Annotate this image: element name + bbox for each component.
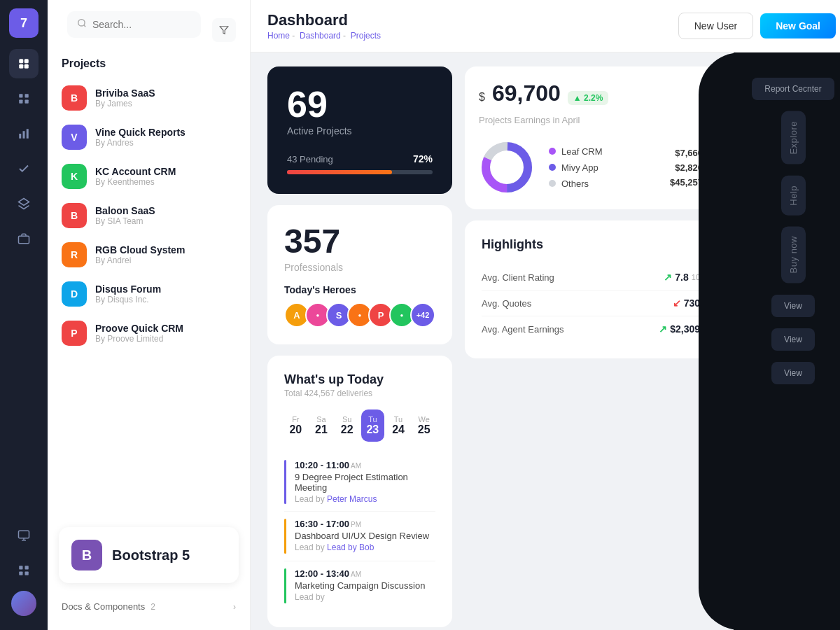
right-column: $ 69,700 ▲ 2.2% Projects Earnings in Apr… <box>465 66 717 627</box>
heroes-label: Today's Heroes <box>284 284 435 295</box>
day-name: Sa <box>316 415 326 424</box>
search-input[interactable] <box>92 19 191 30</box>
breadcrumb-current: Projects <box>351 31 381 41</box>
project-item-baloon[interactable]: B Baloon SaaS By SIA Team <box>48 196 250 235</box>
project-item-briviba[interactable]: B Briviba SaaS By James <box>48 78 250 118</box>
event-lead-link[interactable]: Peter Marcus <box>327 494 377 504</box>
event-title: Dashboard UI/UX Design Review <box>295 531 429 541</box>
day-name: Su <box>342 415 351 424</box>
active-projects-label: Active Projects <box>287 125 433 136</box>
day-number: 25 <box>418 424 430 436</box>
day-25[interactable]: We 25 <box>412 410 435 442</box>
project-item-rgb[interactable]: R RGB Cloud System By Andrei <box>48 235 250 274</box>
nav-icon-grid[interactable] <box>9 84 38 113</box>
earnings-amount: 69,700 <box>492 80 561 106</box>
filter-button[interactable] <box>212 18 236 42</box>
svg-rect-7 <box>25 100 29 104</box>
svg-rect-17 <box>25 566 29 569</box>
day-name: We <box>419 415 430 424</box>
day-number: 23 <box>366 424 379 436</box>
progress-bar-fill <box>287 170 392 174</box>
view-button-3[interactable]: View <box>771 362 815 384</box>
explore-tab[interactable]: Explore <box>781 111 806 164</box>
project-name: Disqus Forum <box>95 284 161 295</box>
project-item-disqus[interactable]: D Disqus Forum By Disqus Inc. <box>48 274 250 314</box>
svg-rect-19 <box>25 572 29 575</box>
day-number: 21 <box>315 424 328 436</box>
earnings-subtitle: Projects Earnings in April <box>479 115 703 125</box>
header: Dashboard Home - Dashboard - Projects Ne… <box>251 0 840 52</box>
new-goal-button[interactable]: New Goal <box>760 13 836 38</box>
project-by: By James <box>95 99 155 108</box>
legend-dot <box>549 180 556 187</box>
event-title: 9 Degree Project Estimation Meeting <box>295 472 435 493</box>
day-21[interactable]: Sa 21 <box>310 410 333 442</box>
user-profile-pic[interactable] <box>11 591 36 616</box>
svg-rect-12 <box>19 236 29 244</box>
event-item: 12:00 - 13:40AM Marketing Campaign Discu… <box>284 561 435 610</box>
project-name: Briviba SaaS <box>95 88 155 99</box>
header-left: Dashboard Home - Dashboard - Projects <box>267 11 381 41</box>
user-avatar[interactable]: 7 <box>9 8 38 38</box>
event-time: 16:30 - 17:00PM <box>295 519 429 529</box>
dark-side-panel: Report Cecnter Explore Help Buy now View… <box>734 52 840 630</box>
svg-rect-1 <box>24 59 29 63</box>
svg-rect-16 <box>19 566 22 569</box>
day-name: Tu <box>368 415 377 424</box>
nav-icon-dashboard[interactable] <box>9 49 38 78</box>
project-name: RGB Cloud System <box>95 244 185 255</box>
day-24[interactable]: Tu 24 <box>387 410 410 442</box>
project-info: Disqus Forum By Disqus Inc. <box>95 284 161 304</box>
view-button-1[interactable]: View <box>771 295 815 317</box>
highlight-label: Avg. Client Rating <box>482 272 554 283</box>
project-item-proove[interactable]: P Proove Quick CRM By Proove Limited <box>48 314 250 353</box>
progress-percent: 72% <box>413 153 433 164</box>
projects-heading: Projects <box>48 57 250 78</box>
project-item-kc[interactable]: K KC Account CRM By Keenthemes <box>48 157 250 196</box>
highlights-card: Highlights Avg. Client Rating ↗ 7.8 10 A… <box>465 220 717 358</box>
active-projects-card: 69 Active Projects 43 Pending 72% <box>267 66 452 194</box>
project-item-vine[interactable]: V Vine Quick Reports By Andres <box>48 118 250 157</box>
event-lead-link[interactable]: Lead by Bob <box>327 542 374 552</box>
buy-now-tab[interactable]: Buy now <box>781 226 806 283</box>
main-page: Dashboard Home - Dashboard - Projects Ne… <box>251 0 840 630</box>
event-bar <box>284 519 286 554</box>
day-22[interactable]: Su 22 <box>335 410 358 442</box>
project-logo: B <box>62 203 87 228</box>
project-info: Baloon SaaS By SIA Team <box>95 205 155 226</box>
help-tab[interactable]: Help <box>781 176 806 216</box>
legend-item: Others <box>549 178 656 189</box>
project-logo: D <box>62 281 87 307</box>
nav-icon-check[interactable] <box>9 154 38 183</box>
project-list: B Briviba SaaS By James V Vine Quick Rep… <box>48 78 250 353</box>
nav-icon-layers[interactable] <box>9 189 38 218</box>
content-area: 69 Active Projects 43 Pending 72% <box>251 52 840 630</box>
event-details: 12:00 - 13:40AM Marketing Campaign Discu… <box>295 568 425 603</box>
day-name: Tu <box>394 415 402 424</box>
highlight-label: Avg. Agent Earnings <box>482 324 564 335</box>
new-user-button[interactable]: New User <box>678 13 753 39</box>
nav-icon-briefcase[interactable] <box>9 224 38 253</box>
nav-icon-grid2[interactable] <box>9 556 38 585</box>
report-center-button[interactable]: Report Cecnter <box>752 78 834 100</box>
day-23[interactable]: Tu 23 <box>361 410 384 442</box>
nav-icon-chart[interactable] <box>9 119 38 148</box>
docs-row[interactable]: Docs & Components 2 › <box>48 594 250 619</box>
event-details: 16:30 - 17:00PM Dashboard UI/UX Design R… <box>295 519 429 554</box>
highlights-title: Highlights <box>482 237 700 252</box>
page-title: Dashboard <box>267 11 381 29</box>
progress-bar-wrap <box>287 170 433 174</box>
project-by: By Disqus Inc. <box>95 295 161 304</box>
event-lead: Lead by Lead by Bob <box>295 542 429 552</box>
event-item: 10:20 - 11:00AM 9 Degree Project Estimat… <box>284 453 435 512</box>
nav-icon-monitor[interactable] <box>9 521 38 550</box>
view-button-2[interactable]: View <box>771 328 815 351</box>
project-by: By Andrei <box>95 255 185 265</box>
legend-item: Leaf CRM <box>549 146 656 157</box>
day-20[interactable]: Fr 20 <box>284 410 307 442</box>
day-number: 20 <box>289 424 302 436</box>
docs-arrow: › <box>233 602 236 612</box>
legend-value: $45,257 <box>670 177 703 188</box>
project-name: Proove Quick CRM <box>95 323 183 334</box>
event-lead: Lead by Peter Marcus <box>295 494 435 504</box>
